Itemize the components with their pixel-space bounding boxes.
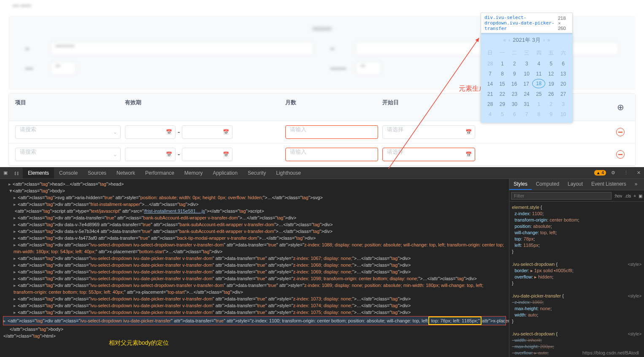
dom-node[interactable]: ▸<attr">class="tag">div attr">class="ivu… [3,302,506,309]
project-select[interactable]: 请搜索 [15,125,121,139]
dom-node[interactable]: ▸<attr">class="tag">div attr">class="ivu… [3,241,506,255]
dom-node[interactable]: </attr">class="tag">html> [3,333,506,339]
remove-row-button[interactable] [616,128,625,136]
date-cell[interactable]: 11 [533,69,545,79]
date-cell[interactable]: 3 [557,99,569,109]
dom-node[interactable]: ▸<attr">class="tag">div attr">class="ivu… [3,255,506,262]
styles-tab[interactable]: Computed [532,179,563,190]
devtools-tab[interactable]: Security [243,168,271,178]
styles-tab[interactable]: Event Listeners [587,179,630,190]
text-input[interactable]: ▪▪▪▪▪▪▪▪ [51,42,314,55]
date-cell[interactable]: 2 [509,59,521,69]
dom-node[interactable]: ▸<attr">class="tag">div attr">class="ivu… [3,282,506,295]
date-cell[interactable]: 19 [545,79,557,89]
date-cell[interactable]: 8 [533,109,545,119]
startday-select[interactable]: 请选择 [382,148,475,161]
date-cell[interactable]: 27 [557,89,569,99]
styles-rules[interactable]: element.style { z-index: 1100; transform… [509,202,644,357]
devtools-tab[interactable]: Lighthouse [271,168,306,178]
date-cell[interactable]: 14 [484,79,496,89]
date-cell[interactable]: 22 [496,89,509,99]
dom-node[interactable]: ▸<attr">class="tag">div attr">class="fri… [3,201,506,208]
dom-node[interactable]: ▸<attr">class="tag">div attr">class="ivu… [3,316,506,325]
dom-node[interactable]: ▸<attr">class="tag">div data-v-5e7b34c4 … [3,228,506,235]
date-cell[interactable]: 1 [533,99,545,109]
date-cell[interactable]: 8 [496,69,509,79]
next-month-icon[interactable]: › [543,37,545,43]
date-cell[interactable]: 7 [521,109,533,119]
date-cell[interactable]: 6 [557,59,569,69]
devtools-tab[interactable]: Network [111,168,140,178]
date-cell[interactable]: 29 [496,99,509,109]
dom-node[interactable]: ▸<attr">class="tag">svg attr">aria-hidde… [3,194,506,201]
styles-filter-input[interactable] [511,192,612,200]
date-cell[interactable]: 4 [533,59,545,69]
devtools-tab[interactable]: Memory [179,168,208,178]
date-cell[interactable]: 4 [484,109,496,119]
date-cell[interactable]: 28 [484,99,496,109]
dom-node[interactable]: ▸<attr">class="tag">div attr">class="ivu… [3,262,506,268]
more-icon[interactable]: ⋮ [620,168,632,178]
dom-node[interactable]: ▸<attr">class="tag">div data-v-fa473af0 … [3,235,506,241]
devtools-tab[interactable]: Performance [140,168,179,178]
startday-select[interactable]: 请选择 [382,125,475,139]
date-cell[interactable]: 24 [521,89,533,99]
date-cell[interactable]: 10 [521,69,533,79]
dom-node[interactable]: ▸<attr">class="tag">head>…</attr">class=… [3,181,506,187]
date-cell[interactable]: 12 [545,69,557,79]
date-cell[interactable]: 2 [545,99,557,109]
date-cell[interactable]: 21 [484,89,496,99]
remove-row-button[interactable] [616,150,625,159]
date-cell[interactable]: 15 [496,79,509,89]
devtools-tab[interactable]: Application [208,168,243,178]
datepicker-title[interactable]: 2021年 3月 [513,36,541,44]
dom-node[interactable]: ▸<attr">class="tag">div attr">data-trans… [3,214,506,221]
dom-node[interactable]: ▸<attr">class="tag">div attr">class="ivu… [3,295,506,302]
dom-node[interactable]: ▸<attr">class="tag">div attr">class="ivu… [3,309,506,316]
months-input[interactable]: 请输入 [285,125,378,139]
styles-tab[interactable]: Styles [509,179,532,190]
date-cell[interactable]: 5 [545,59,557,69]
date-cell[interactable]: 1 [496,59,509,69]
date-cell[interactable]: 6 [509,109,521,119]
date-cell[interactable]: 31 [521,99,533,109]
prev-year-icon[interactable]: « [503,37,506,43]
elements-tree[interactable]: ▸<attr">class="tag">head>…</attr">class=… [0,179,509,357]
dom-node[interactable]: <attr">class="tag">script attr">type="te… [3,208,506,214]
dom-node[interactable]: ▸<attr">class="tag">div attr">class="ivu… [3,275,506,282]
next-year-icon[interactable]: » [547,37,550,43]
text-input[interactable]: ▪▪ [356,62,381,75]
date-cell[interactable]: 10 [557,109,569,119]
date-cell[interactable]: 16 [508,79,520,89]
close-icon[interactable]: ✕ [633,168,644,178]
date-cell[interactable]: 9 [509,69,521,79]
settings-icon[interactable]: ⚙ [608,168,619,178]
new-rule-icon[interactable]: + [633,194,636,198]
device-icon[interactable]: ⫿⫿ [11,168,23,178]
date-cell[interactable]: 26 [545,89,557,99]
inspect-icon[interactable]: ▣ [0,168,11,178]
date-cell[interactable]: 17 [520,79,533,89]
date-cell[interactable]: 25 [533,89,545,99]
cls-toggle[interactable]: .cls [625,194,631,198]
date-cell[interactable]: 30 [509,99,521,109]
more-tabs-icon[interactable]: » [630,179,642,190]
datepicker-dropdown[interactable]: div.ivu-select-dropdown.ivu-date-picker-… [481,33,573,123]
date-cell[interactable]: 3 [521,59,533,69]
months-input[interactable]: 请输入 [285,148,378,161]
date-cell[interactable]: 9 [545,109,557,119]
date-cell[interactable]: 28 [484,59,496,69]
dom-node[interactable]: </attr">class="tag">body> [3,326,506,333]
date-cell[interactable]: 20 [557,79,569,89]
warnings-badge[interactable]: ▲ 4 [594,170,606,176]
devtools-tab[interactable]: Elements [23,168,54,178]
add-row-button[interactable]: ⊕ [612,99,629,116]
dom-node[interactable]: ▸<attr">class="tag">div data-v-7e4d8969 … [3,221,506,228]
date-cell[interactable]: 23 [509,89,521,99]
dom-node[interactable]: ▼<attr">class="tag">body> [3,187,506,194]
hov-toggle[interactable]: :hov [614,194,622,198]
date-cell[interactable]: 18 [532,79,545,88]
date-cell[interactable]: 5 [496,109,509,119]
date-cell[interactable]: 7 [484,69,496,79]
project-select[interactable]: 请搜索 [15,148,121,161]
